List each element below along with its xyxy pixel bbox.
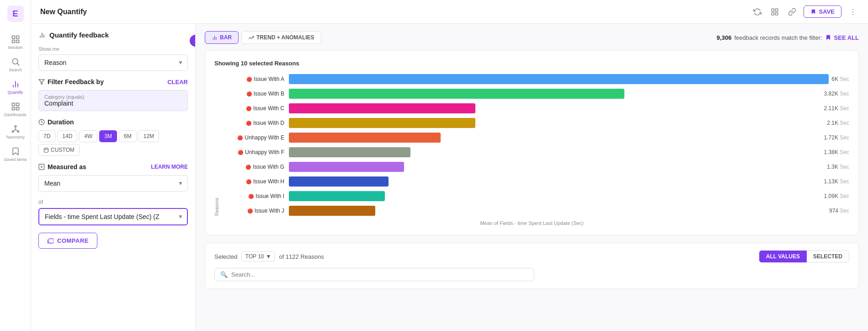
feedback-text: feedback records match the filter: bbox=[734, 34, 822, 41]
field-dropdown[interactable]: Fields - time Spent Last Update (Sec) (Z… bbox=[38, 208, 188, 225]
app-logo: E bbox=[7, 5, 24, 22]
svg-point-10 bbox=[15, 126, 16, 127]
bar-row-wrapper: 2.1K Sec bbox=[289, 118, 849, 128]
bottom-section: Selected TOP 10 ▼ of 1122 Reasons ALL VA… bbox=[205, 243, 859, 289]
bar-fill bbox=[289, 133, 441, 143]
grid-button[interactable] bbox=[769, 6, 781, 18]
top10-arrow-icon: ▼ bbox=[266, 253, 272, 260]
of-label: of bbox=[38, 199, 188, 205]
measured-as-dropdown[interactable]: Mean ▼ bbox=[38, 175, 188, 192]
top10-dropdown[interactable]: TOP 10 ▼ bbox=[241, 251, 276, 262]
show-me-select[interactable]: Reason bbox=[38, 54, 188, 71]
duration-3m[interactable]: 3M bbox=[99, 130, 117, 142]
sidebar-item-wisdom[interactable]: Wisdom bbox=[0, 31, 31, 53]
svg-line-5 bbox=[17, 64, 19, 66]
bar-container bbox=[289, 89, 821, 99]
bar-fill bbox=[289, 191, 385, 201]
duration-custom[interactable]: CUSTOM bbox=[38, 144, 80, 156]
clear-filter-button[interactable]: CLEAR bbox=[167, 79, 188, 85]
sidebar-item-quantify[interactable]: Quantify bbox=[0, 76, 31, 98]
field-select[interactable]: Fields - time Spent Last Update (Sec) (Z bbox=[38, 208, 188, 225]
bar-fill bbox=[289, 118, 475, 128]
tab-bar[interactable]: BAR bbox=[205, 31, 239, 44]
refresh-button[interactable] bbox=[751, 6, 763, 18]
sidebar-item-dashboards[interactable]: Dashboards bbox=[0, 98, 31, 121]
bar-label-text: Unhappy With F bbox=[245, 149, 284, 155]
content-area: Quantify feedback ‹ Show me Reason ▼ Fil… bbox=[31, 24, 868, 331]
collapse-button[interactable]: ‹ bbox=[190, 35, 196, 47]
show-me-dropdown[interactable]: Reason ▼ bbox=[38, 54, 188, 71]
bar-chart: 🔴 Issue With A 6K Sec 🔴 Issue With B 3.8… bbox=[225, 74, 849, 216]
left-panel: Quantify feedback ‹ Show me Reason ▼ Fil… bbox=[31, 24, 196, 331]
bar-row: 🔴 Issue With I 1.09K Sec bbox=[225, 191, 849, 201]
svg-rect-0 bbox=[12, 36, 15, 39]
panel-title: Quantify feedback bbox=[38, 31, 188, 39]
bar-fill bbox=[289, 103, 475, 113]
duration-buttons: 7D 14D 4W 3M 6M 12M CUSTOM bbox=[38, 130, 188, 156]
see-all-button[interactable]: SEE ALL bbox=[834, 34, 859, 41]
bar-label-text: Unhappy With E bbox=[245, 134, 284, 141]
bar-row: 🔴 Unhappy With E 1.72K Sec bbox=[225, 133, 849, 143]
search-input[interactable] bbox=[231, 271, 528, 278]
bar-container bbox=[289, 206, 826, 216]
sidebar-item-saved[interactable]: Saved Items bbox=[0, 143, 31, 166]
sidebar-item-quantify-label: Quantify bbox=[8, 90, 23, 95]
tab-trend[interactable]: TREND + ANOMALIES bbox=[241, 31, 321, 44]
show-me-label: Show me bbox=[38, 46, 188, 52]
filter-chip: Category (equals) Complaint bbox=[38, 90, 188, 111]
chart-title: Showing 10 selected Reasons bbox=[214, 60, 849, 67]
bar-row: 🔴 Unhappy With F 1.38K Sec bbox=[225, 147, 849, 157]
bar-value: 2.1K Sec bbox=[827, 120, 849, 126]
bar-label-icon: 🔴 bbox=[238, 150, 243, 155]
bar-row: 🔴 Issue With G 1.3K Sec bbox=[225, 162, 849, 172]
feedback-info: 9,306 feedback records match the filter:… bbox=[717, 34, 859, 41]
bar-label: 🔴 Issue With G bbox=[225, 164, 284, 170]
filter-header: Filter Feedback by CLEAR bbox=[38, 78, 188, 85]
header-actions: SAVE bbox=[751, 5, 859, 18]
filter-title: Filter Feedback by bbox=[38, 78, 104, 85]
bar-label: 🔴 Issue With D bbox=[225, 120, 284, 126]
bar-value: 1.13K Sec bbox=[824, 178, 849, 185]
svg-line-15 bbox=[16, 130, 18, 131]
learn-more-button[interactable]: LEARN MORE bbox=[151, 164, 188, 170]
sidebar-item-taxonomy[interactable]: Taxonomy bbox=[0, 121, 31, 143]
sidebar-item-saved-label: Saved Items bbox=[4, 157, 27, 162]
bar-label-text: Issue With C bbox=[253, 105, 284, 112]
svg-rect-19 bbox=[775, 12, 777, 15]
bar-container bbox=[289, 176, 821, 187]
bar-row-wrapper: 2.11K Sec bbox=[289, 103, 849, 113]
link-button[interactable] bbox=[786, 6, 798, 18]
duration-6m[interactable]: 6M bbox=[119, 130, 137, 142]
svg-point-21 bbox=[852, 11, 853, 12]
duration-4w[interactable]: 4W bbox=[79, 130, 97, 142]
bar-fill bbox=[289, 74, 829, 84]
tab-all-values[interactable]: ALL VALUES bbox=[759, 251, 807, 262]
chart-area: Showing 10 selected Reasons Reasons 🔴 Is… bbox=[205, 50, 859, 235]
measured-as-select[interactable]: Mean bbox=[38, 175, 188, 192]
sidebar-item-taxonomy-label: Taxonomy bbox=[6, 135, 25, 139]
bar-value: 1.3K Sec bbox=[827, 164, 849, 170]
bar-row: 🔴 Issue With H 1.13K Sec bbox=[225, 176, 849, 187]
compare-section: COMPARE bbox=[38, 233, 188, 249]
bar-label-icon: 🔴 bbox=[248, 194, 254, 199]
svg-rect-1 bbox=[16, 36, 19, 39]
bar-label-text: Issue With I bbox=[256, 193, 284, 199]
duration-7d[interactable]: 7D bbox=[38, 130, 55, 142]
svg-rect-18 bbox=[772, 12, 774, 15]
save-button[interactable]: SAVE bbox=[804, 5, 841, 18]
sidebar-item-search[interactable]: Search bbox=[0, 53, 31, 76]
search-bar: 🔍 bbox=[214, 268, 534, 281]
tab-selected[interactable]: SELECTED bbox=[807, 251, 849, 262]
duration-14d[interactable]: 14D bbox=[57, 130, 77, 142]
bar-value: 1.38K Sec bbox=[824, 149, 849, 155]
bar-container bbox=[289, 74, 829, 84]
sidebar-item-search-label: Search bbox=[9, 68, 22, 72]
compare-button[interactable]: COMPARE bbox=[38, 233, 97, 249]
duration-12m[interactable]: 12M bbox=[138, 130, 159, 142]
bar-label: 🔴 Issue With A bbox=[225, 76, 284, 82]
bar-row-wrapper: 1.72K Sec bbox=[289, 133, 849, 143]
more-options-button[interactable] bbox=[847, 6, 859, 18]
bar-container bbox=[289, 147, 821, 157]
bar-label-icon: 🔴 bbox=[237, 135, 243, 140]
bar-container bbox=[289, 103, 821, 113]
